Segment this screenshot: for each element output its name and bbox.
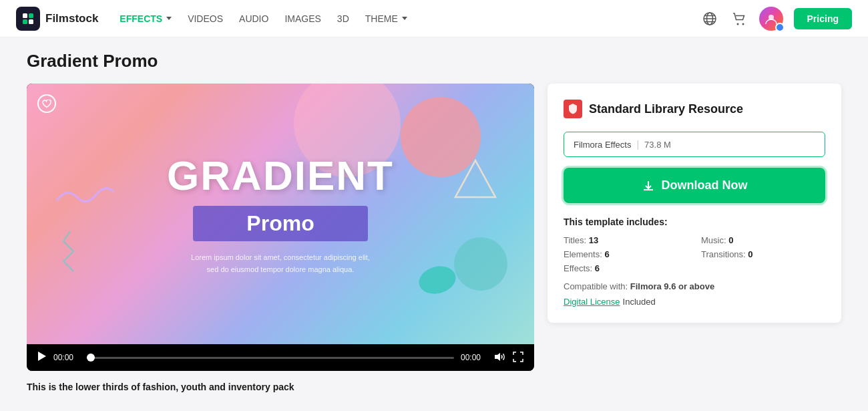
stat-titles-label: Titles: [564, 235, 589, 245]
download-button[interactable]: Download Now [564, 168, 825, 203]
svg-marker-17 [495, 353, 500, 361]
stat-titles: Titles: 13 [564, 235, 688, 245]
decoration-triangle [454, 157, 497, 203]
main-content: Gradient Promo [0, 37, 868, 411]
stat-music-label: Music: [701, 235, 728, 245]
svg-rect-4 [29, 19, 33, 24]
pricing-button[interactable]: Pricing [794, 8, 852, 29]
nav-audio[interactable]: AUDIO [239, 13, 268, 24]
theme-chevron-icon [402, 17, 407, 20]
stat-effects-label: Effects: [564, 263, 595, 273]
nav-right: Pricing [700, 7, 852, 31]
decoration-zigzag [60, 228, 80, 277]
nav-effects[interactable]: EFFECTS [120, 13, 172, 24]
stat-effects-value: 6 [595, 263, 600, 273]
video-container: GRADIENT Promo Lorem ipsum dolor sit ame… [27, 84, 534, 371]
promo-text: Promo [246, 211, 314, 235]
nav-images[interactable]: IMAGES [284, 13, 320, 24]
stats-grid: Titles: 13 Music: 0 Elements: 6 Transiti… [564, 235, 825, 273]
svg-marker-14 [455, 160, 495, 197]
video-gradient-title: GRADIENT [167, 152, 394, 199]
progress-bar[interactable] [87, 357, 454, 359]
cart-icon[interactable] [730, 9, 748, 28]
resource-size: 73.8 M [644, 140, 671, 150]
stat-elements-value: 6 [604, 249, 609, 259]
fullscreen-button[interactable] [513, 352, 523, 364]
globe-icon[interactable] [700, 9, 719, 28]
stat-music-value: 0 [728, 235, 733, 245]
time-current: 00:00 [53, 353, 80, 362]
svg-rect-0 [21, 11, 35, 26]
stat-transitions: Transitions: 0 [701, 249, 825, 259]
nav-theme[interactable]: THEME [365, 13, 407, 24]
sidebar: Standard Library Resource Filmora Effect… [548, 84, 841, 323]
stat-titles-value: 13 [589, 235, 598, 245]
play-button[interactable] [37, 351, 47, 364]
resource-tag: Filmora Effects | 73.8 M [564, 132, 825, 157]
nav-links: EFFECTS VIDEOS AUDIO IMAGES 3D THEME [120, 13, 700, 24]
compatible-label: Compatible with: [564, 281, 628, 291]
lorem-container: Lorem ipsum dolor sit amet, consectetur … [191, 252, 370, 275]
stat-transitions-label: Transitions: [701, 249, 748, 259]
avatar-notification-badge [775, 23, 785, 32]
stat-elements-label: Elements: [564, 249, 604, 259]
download-icon [642, 179, 655, 192]
nav-videos[interactable]: VIDEOS [188, 13, 223, 24]
logo-area[interactable]: Filmstock [16, 7, 98, 31]
avatar[interactable] [759, 7, 783, 31]
video-controls: 00:00 00:00 [27, 344, 534, 371]
decoration-teal-blob [414, 261, 461, 297]
svg-rect-1 [23, 13, 27, 18]
stat-effects: Effects: 6 [564, 263, 688, 273]
svg-point-10 [736, 23, 738, 25]
tag-divider: | [636, 139, 639, 150]
stat-music: Music: 0 [701, 235, 825, 245]
navbar: Filmstock EFFECTS VIDEOS AUDIO IMAGES 3D… [0, 0, 868, 37]
svg-rect-2 [29, 13, 33, 18]
download-label: Download Now [662, 178, 748, 192]
svg-point-11 [742, 23, 744, 25]
promo-banner: Promo [193, 206, 367, 241]
svg-rect-3 [23, 19, 27, 24]
license-row: Digital License Included [564, 297, 825, 307]
compatible-row: Compatible with: Filmora 9.6 or above [564, 281, 825, 291]
page-title: Gradient Promo [27, 51, 841, 72]
heart-button[interactable] [37, 94, 56, 113]
logo-icon [16, 7, 40, 31]
shield-icon [564, 100, 582, 118]
progress-handle[interactable] [87, 354, 95, 362]
included-text: Included [623, 297, 656, 307]
compatible-app: Filmora 9.6 or above [630, 281, 714, 291]
video-preview: GRADIENT Promo Lorem ipsum dolor sit ame… [27, 84, 534, 344]
svg-point-15 [416, 262, 459, 295]
lorem-line2: sed do eiusmod tempor dolore magna aliqu… [191, 264, 370, 276]
effects-chevron-icon [166, 17, 172, 20]
decoration-wave [53, 184, 114, 210]
content-area: GRADIENT Promo Lorem ipsum dolor sit ame… [27, 84, 841, 371]
decoration-blob3 [454, 237, 507, 291]
stat-elements: Elements: 6 [564, 249, 688, 259]
digital-license-link[interactable]: Digital License [564, 297, 620, 307]
lorem-line1: Lorem ipsum dolor sit amet, consectetur … [191, 252, 370, 264]
svg-marker-16 [38, 352, 46, 361]
video-center-content: GRADIENT Promo Lorem ipsum dolor sit ame… [167, 152, 394, 275]
volume-button[interactable] [494, 352, 506, 364]
standard-library-label: Standard Library Resource [589, 102, 743, 116]
template-includes-label: This template includes: [564, 217, 825, 227]
bottom-description: This is the lower thirds of fashion, you… [27, 382, 841, 392]
time-total: 00:00 [461, 353, 487, 362]
nav-3d[interactable]: 3D [337, 13, 349, 24]
svg-point-13 [777, 25, 783, 30]
resource-name: Filmora Effects [574, 140, 631, 150]
logo-text: Filmstock [45, 12, 98, 25]
standard-library-header: Standard Library Resource [564, 100, 825, 118]
stat-transitions-value: 0 [748, 249, 752, 259]
